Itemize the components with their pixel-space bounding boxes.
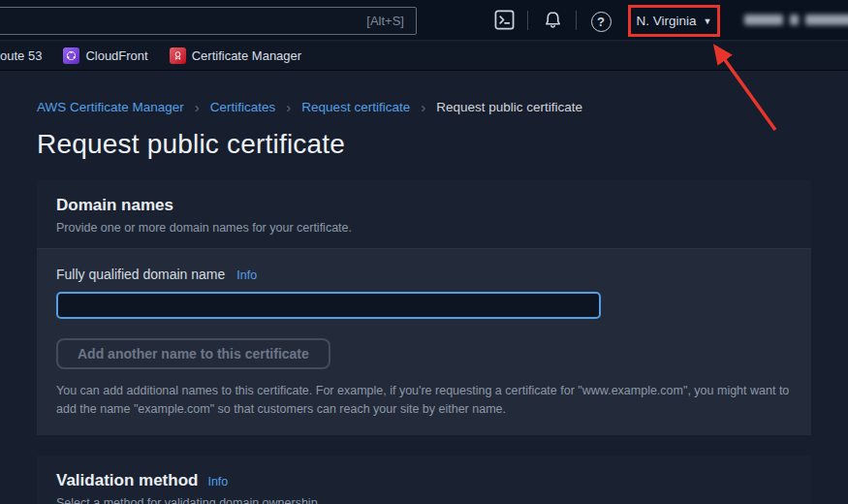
top-navigation-bar: [Alt+S] ? N.	[0, 0, 848, 41]
domain-names-card: Domain names Provide one or more domain …	[37, 180, 811, 435]
cloudshell-icon	[494, 10, 515, 34]
breadcrumb-certificates[interactable]: Certificates	[210, 100, 276, 114]
account-menu[interactable]	[744, 15, 848, 25]
help-icon: ?	[591, 12, 612, 32]
redacted-account-text	[805, 15, 848, 25]
favorite-route53[interactable]: oute 53	[0, 48, 42, 63]
breadcrumb: AWS Certificate Manager › Certificates ›…	[37, 100, 811, 114]
notifications-button[interactable]	[541, 10, 564, 33]
redacted-account-text	[790, 15, 799, 25]
validation-method-title: Validation method	[56, 471, 198, 490]
breadcrumb-separator-icon: ›	[195, 100, 200, 114]
region-label: N. Virginia	[637, 14, 697, 28]
breadcrumb-separator-icon: ›	[421, 100, 425, 114]
favorites-bar: oute 53 CloudFront Certificate Manag	[0, 42, 848, 71]
topbar-divider	[576, 11, 577, 30]
domain-names-title: Domain names	[56, 196, 173, 214]
domain-names-card-header: Domain names Provide one or more domain …	[37, 180, 811, 248]
domain-names-description: Provide one or more domain names for you…	[56, 221, 792, 235]
help-button[interactable]: ?	[589, 10, 612, 33]
favorite-cloudfront[interactable]: CloudFront	[63, 47, 147, 64]
aws-console-screen: [Alt+S] ? N.	[0, 0, 848, 504]
add-another-name-button[interactable]: Add another name to this certificate	[56, 338, 330, 369]
search-shortcut-hint: [Alt+S]	[366, 14, 404, 28]
topbar-divider	[527, 11, 528, 30]
breadcrumb-acm[interactable]: AWS Certificate Manager	[37, 100, 184, 114]
domain-names-card-body: Fully qualified domain name Info Add ano…	[37, 248, 811, 435]
bell-icon	[543, 10, 563, 34]
page-title: Request public certificate	[37, 129, 811, 160]
breadcrumb-current: Request public certificate	[436, 100, 582, 114]
cloudshell-button[interactable]	[492, 10, 516, 33]
breadcrumb-separator-icon: ›	[286, 100, 291, 114]
region-selector[interactable]: N. Virginia ▼	[628, 5, 720, 37]
global-search-input[interactable]: [Alt+S]	[0, 7, 417, 35]
certificate-manager-icon	[170, 47, 186, 64]
validation-info-link[interactable]: Info	[207, 475, 228, 488]
main-content: AWS Certificate Manager › Certificates ›…	[0, 71, 848, 504]
fqdn-label: Fully qualified domain name	[56, 267, 225, 282]
fqdn-input[interactable]	[56, 292, 601, 319]
breadcrumb-request-certificate[interactable]: Request certificate	[301, 100, 410, 114]
cloudfront-icon	[63, 47, 79, 64]
fqdn-info-link[interactable]: Info	[236, 268, 257, 282]
validation-method-description: Select a method for validating domain ow…	[56, 496, 792, 504]
favorite-certificate-manager[interactable]: Certificate Manager	[170, 47, 301, 64]
chevron-down-icon: ▼	[704, 16, 712, 26]
validation-method-card: Validation method Info Select a method f…	[37, 456, 811, 504]
domain-help-text: You can add additional names to this cer…	[56, 382, 792, 420]
redacted-account-text	[744, 15, 783, 25]
validation-method-card-header: Validation method Info Select a method f…	[37, 456, 811, 504]
